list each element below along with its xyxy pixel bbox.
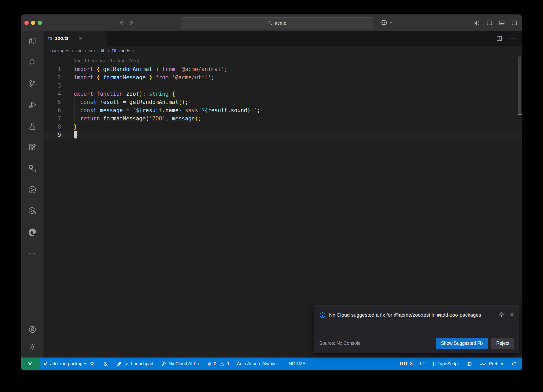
- chevron-right-icon: ›: [85, 48, 86, 54]
- copilot-menu[interactable]: [380, 19, 393, 27]
- line-number: 3: [43, 82, 61, 89]
- code-line-3[interactable]: 3: [43, 81, 522, 90]
- code-line-9[interactable]: 9: [43, 131, 522, 139]
- code-line-2[interactable]: 2import { formatMessage } from '@acme/ut…: [43, 73, 522, 81]
- error-count: 0: [214, 361, 216, 367]
- auto-attach-status[interactable]: Auto Attach: Always: [237, 361, 276, 367]
- show-suggested-fix-button[interactable]: Show Suggested Fix: [436, 338, 488, 349]
- tab-close-icon[interactable]: ✕: [78, 36, 82, 41]
- typescript-file-icon: TS: [48, 36, 52, 41]
- more-views-icon[interactable]: ⋯: [26, 247, 39, 260]
- customize-layout-icon[interactable]: [474, 20, 480, 26]
- encoding-status[interactable]: UTF-8: [400, 361, 413, 367]
- breadcrumb-item[interactable]: lib: [101, 48, 106, 53]
- line-number: 2: [43, 74, 61, 81]
- notification-source: Source: Nx Console: [319, 341, 361, 346]
- code-line-6[interactable]: 6 const message = `${result.name} says $…: [43, 106, 522, 114]
- split-editor-icon[interactable]: [496, 35, 502, 42]
- account-icon[interactable]: [26, 323, 39, 336]
- git-graph-icon: [103, 361, 108, 367]
- code-line-7[interactable]: 7 return formatMessage('ZOO', message);: [43, 114, 522, 123]
- back-arrow-icon[interactable]: [118, 19, 126, 27]
- notifications-bell[interactable]: [511, 361, 516, 367]
- breadcrumb-item[interactable]: packages: [50, 48, 69, 53]
- maximize-window-button[interactable]: [38, 21, 42, 25]
- git-branch-status[interactable]: add-zoo-packages: [43, 361, 95, 367]
- testing-icon[interactable]: [26, 120, 39, 132]
- remote-explorer-icon[interactable]: [26, 162, 39, 175]
- minimize-window-button[interactable]: [31, 21, 35, 25]
- source-control-graph-button[interactable]: [103, 361, 108, 367]
- wrench-icon: [161, 361, 167, 367]
- window-controls: [24, 15, 42, 31]
- overview-ruler-cursor-mark: [518, 114, 522, 115]
- editor-more-actions-icon[interactable]: ⋯: [509, 35, 515, 42]
- plug-icon: [124, 361, 129, 367]
- problems-status[interactable]: ⊗ 0 ⚠ 0: [208, 361, 229, 367]
- formatter-status[interactable]: ✓✓ Prettier: [480, 361, 503, 367]
- tab-zoo-ts[interactable]: TS zoo.ts ✕: [43, 31, 107, 46]
- braces-icon: { }: [433, 361, 435, 367]
- breadcrumb-item[interactable]: zoo: [76, 48, 83, 53]
- line-number: 1: [43, 66, 61, 72]
- run-debug-icon[interactable]: [26, 98, 39, 111]
- line-number: 9: [43, 132, 61, 138]
- breadcrumb-item[interactable]: src: [89, 48, 95, 53]
- search-icon: [268, 21, 273, 25]
- explorer-icon[interactable]: [26, 35, 39, 47]
- nx-cloud-icon[interactable]: [26, 204, 39, 217]
- breadcrumb-file[interactable]: zoo.ts: [119, 48, 130, 53]
- line-number: 6: [43, 107, 61, 114]
- rocket-icon: [116, 361, 122, 367]
- line-number: 8: [43, 124, 61, 130]
- code-line-8[interactable]: 8}: [43, 123, 522, 131]
- code-line-4[interactable]: 4export function zoo(): string {: [43, 90, 522, 98]
- code-line-5[interactable]: 5 const result = getRandomAnimal();: [43, 98, 522, 106]
- close-window-button[interactable]: [24, 21, 29, 25]
- warning-count: 0: [226, 361, 229, 367]
- branch-name: add-zoo-packages: [50, 361, 87, 367]
- source-control-icon[interactable]: [26, 77, 39, 90]
- extensions-icon[interactable]: [26, 141, 39, 154]
- indent-guide: [75, 98, 75, 123]
- search-sidebar-icon[interactable]: [26, 56, 39, 69]
- code-line-1[interactable]: 1import { getRandomAnimal } from '@acme/…: [43, 65, 522, 73]
- remote-icon: [27, 361, 33, 367]
- notification-close-icon[interactable]: ✕: [510, 312, 514, 318]
- edge-browser-icon[interactable]: [26, 226, 39, 238]
- forward-arrow-icon[interactable]: [127, 19, 135, 27]
- breadcrumb-folders: packages›zoo›src›lib›: [50, 48, 110, 54]
- copilot-icon: [380, 19, 388, 27]
- search-value: acme: [275, 20, 286, 26]
- nx-cloud-ai-fix-button[interactable]: Nx Cloud AI Fix: [161, 361, 200, 367]
- notification-settings-gear-icon[interactable]: [498, 312, 505, 318]
- command-center-search[interactable]: acme: [181, 17, 373, 29]
- nx-console-icon[interactable]: [26, 183, 39, 196]
- status-bar: add-zoo-packages Launchpad Nx Cloud AI F…: [21, 358, 522, 370]
- code-text: export function zoo(): string {: [61, 91, 175, 97]
- launchpad-button[interactable]: Launchpad: [116, 361, 153, 367]
- typescript-file-icon: TS: [112, 49, 116, 53]
- breadcrumb-more[interactable]: …: [137, 48, 141, 53]
- remote-indicator[interactable]: [21, 358, 39, 370]
- toggle-panel-icon[interactable]: [499, 20, 505, 26]
- eol-status[interactable]: LF: [420, 361, 425, 367]
- warning-icon: ⚠: [220, 361, 224, 366]
- toggle-secondary-sidebar-icon[interactable]: [511, 20, 518, 26]
- git-branch-icon: [43, 361, 48, 367]
- double-check-icon: ✓✓: [480, 361, 487, 367]
- code-text: }: [61, 124, 77, 130]
- chevron-right-icon: ›: [108, 48, 110, 54]
- chevron-right-icon: ›: [97, 48, 99, 54]
- line-number: 7: [43, 115, 61, 122]
- reject-button[interactable]: Reject: [491, 338, 514, 349]
- copilot-status[interactable]: [466, 361, 472, 367]
- settings-gear-icon[interactable]: [26, 341, 39, 353]
- language-mode-status[interactable]: { } TypeScript: [433, 361, 459, 367]
- editor-scrollbar[interactable]: [518, 56, 521, 115]
- tab-label: zoo.ts: [55, 36, 69, 41]
- code-text: import { formatMessage } from '@acme/uti…: [61, 74, 214, 81]
- code-text: import { getRandomAnimal } from '@acme/a…: [61, 66, 227, 72]
- toggle-primary-sidebar-icon[interactable]: [486, 20, 493, 26]
- vim-mode-indicator[interactable]: -- NORMAL --: [284, 361, 312, 367]
